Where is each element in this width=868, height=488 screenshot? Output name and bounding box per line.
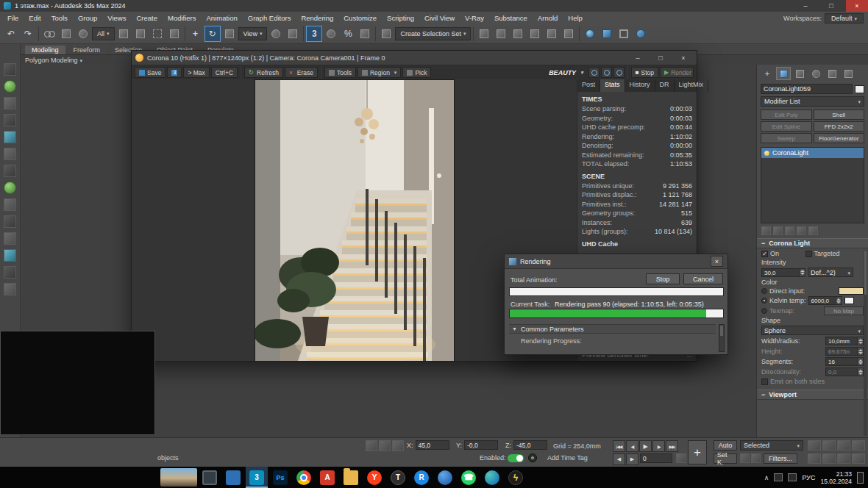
window-crossing-icon[interactable]	[166, 26, 182, 42]
object-color-swatch[interactable]	[855, 85, 864, 93]
material-editor-icon[interactable]	[582, 26, 598, 42]
key-filter-icon-1[interactable]	[740, 453, 750, 463]
dialog-stop-button[interactable]: Stop	[646, 273, 680, 284]
x-coordinate-field[interactable]: 45,0	[416, 440, 449, 450]
menu-create[interactable]: Create	[131, 12, 163, 24]
left-tool-icon-13[interactable]	[4, 266, 16, 279]
previous-frame-button[interactable]: ◀|	[626, 440, 638, 452]
record-indicator-icon[interactable]	[528, 453, 537, 462]
play-button[interactable]: ▶	[639, 440, 652, 452]
select-and-rotate-icon[interactable]	[204, 26, 221, 42]
add-time-tag[interactable]: Add Time Tag	[547, 454, 588, 462]
texmap-button[interactable]: No Map	[824, 306, 864, 315]
corona-to-max-button[interactable]: > Max	[183, 67, 209, 78]
frame-back-button[interactable]: ◀	[613, 453, 625, 465]
configure-modifier-sets-icon[interactable]	[808, 226, 818, 235]
y-coordinate-field[interactable]: -0,0	[464, 440, 498, 450]
corona-save-button[interactable]: Save	[135, 67, 166, 78]
pan-view-icon[interactable]	[808, 440, 821, 451]
width-spinner[interactable]: 10,0mm	[825, 337, 864, 345]
corona-pick-button[interactable]: Pick	[402, 67, 431, 78]
direct-input-radio[interactable]	[761, 288, 767, 294]
emit-both-sides-checkbox[interactable]	[761, 378, 768, 385]
select-and-move-icon[interactable]	[188, 26, 204, 42]
polygon-modeling-panel[interactable]: Polygon Modeling	[25, 57, 82, 64]
use-center-icon[interactable]	[268, 26, 284, 42]
segments-spinner[interactable]: 16	[825, 357, 864, 366]
edit-spline-button[interactable]: Edit Spline	[761, 121, 812, 132]
command-panel-scrollbar[interactable]	[864, 250, 867, 436]
schematic-view-icon[interactable]	[561, 26, 577, 42]
field-of-view-icon[interactable]	[837, 453, 850, 464]
display-tab-icon[interactable]	[825, 67, 839, 80]
modify-tab-icon[interactable]	[776, 67, 791, 80]
left-tool-icon-4[interactable]	[4, 114, 16, 126]
menu-tools[interactable]: Tools	[46, 12, 73, 24]
redo-icon[interactable]	[20, 26, 36, 42]
zoom-in-icon[interactable]	[601, 67, 612, 78]
taskbar-clock[interactable]: 21:33 15.02.2024	[820, 470, 852, 485]
taskbar-icon-folder[interactable]	[340, 467, 362, 488]
zoom-extents-icon[interactable]	[808, 453, 821, 464]
floating-black-panel[interactable]	[0, 331, 155, 435]
left-tool-icon-8[interactable]	[4, 182, 16, 194]
render-production-icon[interactable]	[633, 26, 649, 42]
selection-lock-toggle[interactable]	[379, 440, 391, 451]
news-widget-thumbnail[interactable]	[160, 468, 197, 487]
select-and-link-icon[interactable]	[41, 26, 57, 42]
maximize-viewport-icon[interactable]	[852, 440, 865, 451]
corona-stop-button[interactable]: ■ Stop	[631, 67, 658, 78]
menu-civil-view[interactable]: Civil View	[419, 12, 460, 24]
intensity-spinner[interactable]: 30,0	[761, 268, 805, 277]
menu-edit[interactable]: Edit	[24, 12, 46, 24]
tray-expand-caret-icon[interactable]: ∧	[764, 474, 769, 481]
action-center-icon[interactable]	[857, 472, 864, 484]
z-coordinate-field[interactable]: -45,0	[513, 440, 547, 450]
left-tool-icon-11[interactable]	[4, 232, 16, 245]
menu-customize[interactable]: Customize	[338, 12, 382, 24]
snaps-toggle-icon[interactable]	[306, 26, 322, 42]
zoom-view-icon[interactable]	[822, 440, 836, 451]
dialog-scrollbar[interactable]	[719, 324, 725, 352]
show-end-result-icon[interactable]	[773, 226, 783, 235]
mirror-icon[interactable]	[476, 26, 492, 42]
left-tool-icon-10[interactable]	[4, 215, 16, 228]
enabled-toggle[interactable]	[508, 454, 524, 462]
taskbar-icon-edge[interactable]	[481, 467, 503, 488]
menu-rendering[interactable]: Rendering	[296, 12, 338, 24]
utilities-tab-icon[interactable]	[841, 67, 855, 80]
curve-editor-icon[interactable]	[544, 26, 560, 42]
ribbon-tab-modeling[interactable]: Modeling	[25, 46, 65, 54]
object-name-field[interactable]	[761, 84, 853, 94]
menu-arnold[interactable]: Arnold	[533, 12, 563, 24]
menu-substance[interactable]: Substance	[489, 12, 533, 24]
on-checkbox[interactable]: ✓	[761, 251, 768, 257]
isolate-view-icon[interactable]	[852, 453, 865, 464]
tab-history[interactable]: History	[625, 79, 655, 92]
set-key-button[interactable]: Set K.	[714, 453, 737, 464]
menu-scripting[interactable]: Scripting	[382, 12, 419, 24]
tab-post[interactable]: Post	[577, 79, 600, 92]
corona-close-button[interactable]: ×	[674, 51, 693, 65]
corona-erase-button[interactable]: Erase	[285, 67, 318, 78]
left-tool-icon-9[interactable]	[4, 198, 16, 211]
kelvin-color-swatch[interactable]	[844, 297, 854, 304]
sweep-button[interactable]: Sweep	[761, 133, 812, 143]
tab-dr[interactable]: DR	[655, 79, 675, 92]
rendering-dialog-close-button[interactable]: ×	[711, 256, 723, 267]
volume-tray-icon[interactable]	[788, 473, 797, 481]
undo-icon[interactable]	[3, 26, 19, 42]
ribbon-tab-freeform[interactable]: Freeform	[67, 46, 107, 54]
isolate-selection-toggle[interactable]	[366, 440, 377, 451]
frame-number-field[interactable]: 0	[640, 453, 672, 463]
edit-poly-button[interactable]: Edit Poly	[761, 110, 812, 120]
viewport-rollout-header[interactable]: − Viewport	[757, 390, 868, 400]
common-parameters-section[interactable]: ▼ Common Parameters	[509, 324, 716, 334]
scene-explorer-icon[interactable]	[527, 26, 543, 42]
intensity-unit-dropdown[interactable]: Def...^2)	[808, 268, 853, 277]
minimize-button[interactable]: –	[794, 0, 817, 12]
tab-stats[interactable]: Stats	[600, 79, 625, 92]
left-tool-icon-3[interactable]	[4, 97, 16, 110]
layer-explorer-icon[interactable]	[510, 26, 526, 42]
menu-file[interactable]: File	[2, 12, 24, 24]
